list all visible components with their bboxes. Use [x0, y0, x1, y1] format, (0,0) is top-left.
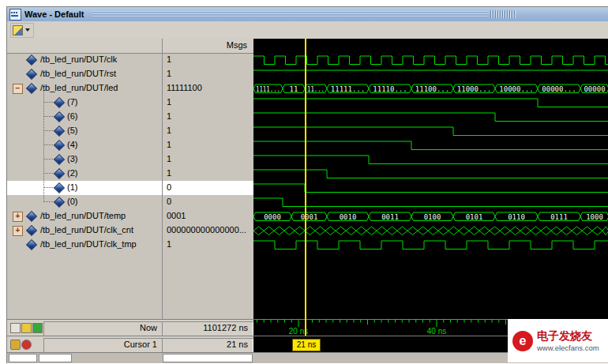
watermark-brand: 电子发烧友: [537, 329, 599, 343]
elecfans-logo-icon: e: [512, 331, 533, 351]
signal-name: /tb_led_run/DUT/led: [40, 83, 118, 92]
signal-name: /tb_led_run/DUT/clk_tmp: [40, 239, 137, 249]
signal-name: (6): [67, 111, 77, 121]
signal-value: 1: [163, 154, 252, 163]
wave-window-icon: [9, 9, 21, 21]
scroll-cell[interactable]: [39, 354, 72, 362]
svg-text:11111...: 11111...: [331, 85, 365, 93]
signal-row[interactable]: /tb_led_run/DUT/rst1: [7, 67, 253, 81]
document-icon[interactable]: [10, 323, 21, 333]
signal-name: /tb_led_run/DUT/rst: [40, 69, 116, 78]
signal-diamond-icon: [54, 182, 65, 193]
cursor-line[interactable]: [305, 39, 306, 336]
signal-name: (7): [67, 97, 77, 107]
watermark-url: www.elecfans.com: [537, 343, 599, 352]
signal-value: 1: [163, 140, 252, 149]
svg-text:10000...: 10000...: [499, 85, 533, 93]
signal-diamond-icon: [54, 140, 65, 151]
yellow-marker-icon[interactable]: [21, 323, 32, 333]
signal-value: 1: [163, 54, 252, 64]
signal-row[interactable]: /tb_led_run/DUT/clk_tmp1: [7, 238, 253, 252]
green-plus-icon[interactable]: [32, 323, 43, 333]
svg-text:11110...: 11110...: [373, 85, 407, 93]
expand-icon[interactable]: +: [13, 226, 23, 236]
wave-row-led-6[interactable]: [253, 110, 608, 124]
wave-row-led-3[interactable]: [253, 152, 608, 167]
svg-text:0010: 0010: [340, 213, 357, 221]
signal-diamond-icon: [26, 211, 37, 222]
waveform-area[interactable]: 1111...1111...11111...11110...11100...11…: [253, 39, 608, 319]
signal-value: 1: [163, 69, 252, 78]
objects-dropdown-button[interactable]: [10, 23, 34, 38]
lock-icon[interactable]: [10, 340, 21, 350]
wave-row-clk[interactable]: [253, 53, 608, 67]
wave-row-led-4[interactable]: [253, 138, 608, 152]
signal-value: 1: [163, 111, 252, 121]
svg-text:00000: 00000: [584, 85, 605, 93]
wave-row-temp[interactable]: 000000010010001101000101011001111000: [253, 209, 608, 223]
signal-value: 1: [163, 168, 252, 178]
signal-name: /tb_led_run/DUT/clk: [40, 54, 117, 64]
svg-text:11: 11: [290, 85, 298, 93]
signal-diamond-icon: [54, 126, 65, 137]
scroll-cell[interactable]: [163, 354, 253, 362]
signal-value: 1: [163, 126, 252, 135]
signal-name: (2): [67, 168, 77, 178]
signal-diamond-icon: [26, 225, 37, 236]
signal-diamond-icon: [54, 168, 65, 179]
svg-text:11000...: 11000...: [457, 85, 491, 93]
red-marker-icon[interactable]: [21, 340, 32, 350]
signal-value: 0: [163, 197, 252, 206]
signal-diamond-icon: [54, 154, 65, 165]
column-splitter[interactable]: [162, 39, 163, 319]
wave-row-led-7[interactable]: [253, 96, 608, 110]
signal-row[interactable]: +/tb_led_run/DUT/clk_cnt000000000000000.…: [7, 223, 253, 238]
wave-row-rst[interactable]: [253, 67, 608, 81]
scroll-cell[interactable]: [9, 354, 37, 362]
now-label: Now: [43, 321, 163, 336]
svg-text:0110: 0110: [508, 213, 525, 221]
signal-value: 1: [163, 97, 252, 107]
signal-name: /tb_led_run/DUT/temp: [40, 211, 126, 220]
wave-window: Wave - Default Msgs /tb_led_run/DUT/clk1…: [6, 6, 608, 363]
svg-text:1111...: 1111...: [256, 85, 280, 93]
cursor-time-badge[interactable]: 21 ns: [292, 339, 321, 351]
signal-name-panel: Msgs /tb_led_run/DUT/clk1/tb_led_run/DUT…: [7, 39, 253, 319]
toolbar: [7, 21, 608, 39]
signal-row[interactable]: /tb_led_run/DUT/clk1: [7, 53, 253, 67]
svg-text:1000: 1000: [586, 213, 603, 221]
wave-row-led[interactable]: 1111...1111...11111...11110...11100...11…: [253, 81, 608, 96]
wave-row-led-2[interactable]: [253, 167, 608, 181]
tree-line: [43, 88, 45, 202]
expand-icon[interactable]: +: [13, 212, 23, 222]
signal-row[interactable]: +/tb_led_run/DUT/temp0001: [7, 209, 253, 223]
titlebar[interactable]: Wave - Default: [7, 7, 608, 22]
svg-text:00000...: 00000...: [542, 85, 576, 93]
now-value: 1101272 ns: [162, 321, 253, 336]
wave-row-clk_tmp[interactable]: [253, 238, 608, 252]
signal-name: (1): [67, 182, 77, 192]
signal-name: (5): [67, 126, 77, 135]
objects-icon: [13, 25, 23, 36]
signal-diamond-icon: [26, 54, 37, 66]
signal-value: 0001: [163, 211, 252, 220]
wave-row-led-0[interactable]: [253, 195, 608, 209]
signal-name: (4): [67, 140, 77, 149]
collapse-icon[interactable]: −: [13, 84, 23, 94]
svg-text:0100: 0100: [424, 213, 441, 221]
cursor-label[interactable]: Cursor 1: [43, 338, 163, 353]
signal-name: (0): [67, 197, 77, 206]
svg-text:0001: 0001: [301, 213, 318, 221]
wave-row-clk_cnt[interactable]: [253, 223, 608, 238]
svg-text:11100...: 11100...: [415, 85, 449, 93]
wave-row-led-1[interactable]: [253, 181, 608, 195]
msgs-column-header: Msgs: [163, 40, 247, 50]
titlebar-grip: [490, 10, 516, 18]
chevron-down-icon: [25, 28, 30, 32]
svg-text:0000: 0000: [264, 213, 281, 221]
column-header: Msgs: [7, 39, 253, 54]
signal-diamond-icon: [26, 83, 37, 94]
signal-diamond-icon: [54, 197, 65, 208]
wave-row-led-5[interactable]: [253, 124, 608, 138]
svg-text:0011: 0011: [381, 213, 399, 221]
